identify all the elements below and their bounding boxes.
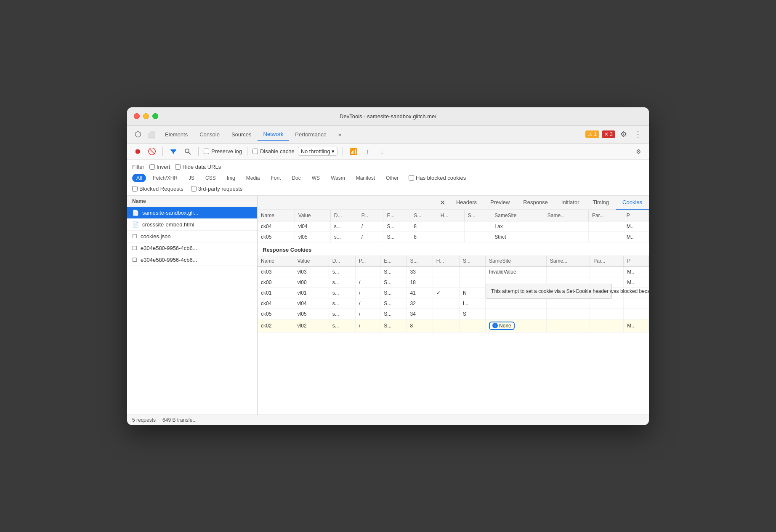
cell-s: 8	[410, 231, 437, 242]
disable-cache-checkbox[interactable]	[252, 149, 258, 154]
disable-cache-label[interactable]: Disable cache	[252, 148, 295, 154]
preserve-log-label[interactable]: Preserve log	[204, 148, 242, 154]
response-cookie-row-4[interactable]: ck05 vl05 s... / S... 34 S	[258, 309, 649, 319]
settings-icon[interactable]: ⚙	[618, 128, 630, 140]
has-blocked-cookies-label[interactable]: Has blocked cookies	[409, 175, 466, 181]
tab-network[interactable]: Network	[258, 128, 290, 141]
main-content: Name 📄 samesite-sandbox.gli... 📄 crosssi…	[127, 196, 649, 415]
cell-d: s...	[330, 231, 358, 242]
download-icon[interactable]: ↓	[377, 146, 388, 157]
upload-icon[interactable]: ↑	[362, 146, 373, 157]
cell-h	[433, 277, 459, 287]
filter-other[interactable]: Other	[382, 174, 403, 182]
tab-elements[interactable]: Elements	[159, 129, 194, 140]
cell-d: s...	[329, 319, 355, 332]
checkbox-icon-2: ☐	[132, 233, 137, 239]
none-cell-label: None	[499, 323, 511, 329]
third-party-label[interactable]: 3rd-party requests	[191, 186, 243, 192]
filter-media[interactable]: Media	[242, 174, 264, 182]
sidebar-item-3[interactable]: ☐ e304e580-9956-4cb6...	[127, 242, 257, 254]
invert-label[interactable]: Invert	[149, 164, 170, 170]
sidebar-item-label-2: cookies.json	[141, 233, 171, 239]
request-cookie-row-0[interactable]: ck04 vl04 s... / S... 8 Lax M..	[258, 221, 649, 231]
wifi-icon[interactable]: 📶	[348, 146, 359, 157]
throttle-select[interactable]: No throttling ▾	[298, 147, 338, 156]
filter-doc[interactable]: Doc	[287, 174, 305, 182]
filter-icon[interactable]	[168, 146, 179, 157]
hide-data-urls-checkbox[interactable]	[175, 164, 181, 170]
settings-icon-2[interactable]: ⚙	[633, 146, 644, 157]
col-p2: P	[623, 210, 648, 221]
filter-wasm[interactable]: Wasm	[327, 174, 349, 182]
close-button[interactable]	[134, 113, 140, 119]
maximize-button[interactable]	[152, 113, 158, 119]
separator2	[198, 147, 199, 156]
tab-response[interactable]: Response	[516, 196, 555, 210]
response-cookie-row-0[interactable]: ck03 vl03 s... S... 33 InvalidValue M..	[258, 266, 649, 277]
sidebar-item-label-4: e304e580-9956-4cb6...	[141, 257, 197, 263]
sidebar-item-4[interactable]: ☐ e304e580-9956-4cb6...	[127, 254, 257, 266]
col-p: P...	[358, 210, 383, 221]
more-options-icon[interactable]: ⋮	[632, 128, 644, 140]
cell-h	[433, 309, 459, 319]
preserve-log-checkbox[interactable]	[204, 149, 209, 154]
error-badge[interactable]: ✕ 3	[602, 130, 615, 138]
filter-img[interactable]: Img	[223, 174, 239, 182]
cell-h	[433, 319, 459, 332]
filter-all[interactable]: All	[132, 174, 146, 182]
clear-button[interactable]: 🚫	[146, 146, 157, 157]
filter-manifest[interactable]: Manifest	[352, 174, 379, 182]
filter-ws[interactable]: WS	[308, 174, 324, 182]
cell-e: S...	[380, 287, 407, 298]
doc-icon-1: 📄	[132, 221, 139, 228]
sidebar-item-0[interactable]: 📄 samesite-sandbox.gli...	[127, 207, 257, 219]
warning-badge[interactable]: ⚠ 1	[585, 130, 599, 138]
tab-console[interactable]: Console	[194, 129, 226, 140]
sidebar: Name 📄 samesite-sandbox.gli... 📄 crosssi…	[127, 196, 258, 415]
response-cookie-row-2[interactable]: ck01 vl01 s... / S... 41 ✓ N	[258, 287, 649, 298]
record-button[interactable]: ⏺	[132, 146, 143, 157]
request-cookie-row-1[interactable]: ck05 vl05 s... / S... 8 Strict M..	[258, 231, 649, 242]
blocked-requests-checkbox[interactable]	[132, 186, 138, 192]
cell-name: ck05	[258, 309, 294, 319]
sidebar-item-1[interactable]: 📄 crosssite-embed.html	[127, 219, 257, 231]
filter-js[interactable]: JS	[184, 174, 199, 182]
tab-preview[interactable]: Preview	[484, 196, 516, 210]
filter-css[interactable]: CSS	[201, 174, 220, 182]
device-icon[interactable]: ⬜	[146, 128, 157, 140]
has-blocked-cookies-checkbox[interactable]	[409, 175, 414, 181]
col-e: E...	[383, 210, 410, 221]
third-party-checkbox[interactable]	[191, 186, 197, 192]
hide-data-urls-label[interactable]: Hide data URLs	[175, 164, 221, 170]
cell-same	[544, 221, 588, 231]
minimize-button[interactable]	[143, 113, 149, 119]
cell-name: ck02	[258, 319, 294, 332]
invert-checkbox[interactable]	[149, 164, 155, 170]
response-cookies-table: Name Value D... P... E... S... H... S...…	[258, 255, 649, 332]
cell-p: /	[355, 277, 380, 287]
info-circle-icon: i	[492, 323, 498, 328]
response-cookie-row-5[interactable]: ck02 vl02 s... / S... 8 i None	[258, 319, 649, 332]
filter-font[interactable]: Font	[266, 174, 285, 182]
tab-cookies[interactable]: Cookies	[616, 196, 649, 210]
close-panel-button[interactable]: ✕	[436, 197, 449, 208]
tab-performance[interactable]: Performance	[289, 129, 332, 140]
cell-samesite: Lax	[491, 221, 544, 231]
cell-e: S...	[383, 231, 410, 242]
tab-more[interactable]: »	[332, 129, 347, 140]
cell-s: 18	[407, 277, 433, 287]
tab-initiator[interactable]: Initiator	[555, 196, 586, 210]
svg-point-0	[185, 149, 189, 153]
tab-sources[interactable]: Sources	[226, 129, 258, 140]
tab-headers[interactable]: Headers	[449, 196, 484, 210]
tab-timing[interactable]: Timing	[586, 196, 616, 210]
sidebar-item-2[interactable]: ☐ cookies.json	[127, 231, 257, 242]
blocked-requests-label[interactable]: Blocked Requests	[132, 186, 183, 192]
checkbox-icon-4: ☐	[132, 257, 137, 263]
cursor-icon[interactable]: ⬡	[132, 128, 144, 140]
filter-fetch-xhr[interactable]: Fetch/XHR	[149, 174, 182, 182]
search-icon[interactable]	[182, 146, 193, 157]
svg-line-1	[189, 152, 191, 154]
response-cookie-row-3[interactable]: ck04 vl04 s... / S... 32 L..	[258, 298, 649, 309]
network-toolbar: ⏺ 🚫 Preserve log Disable cache No thrott…	[127, 144, 649, 160]
